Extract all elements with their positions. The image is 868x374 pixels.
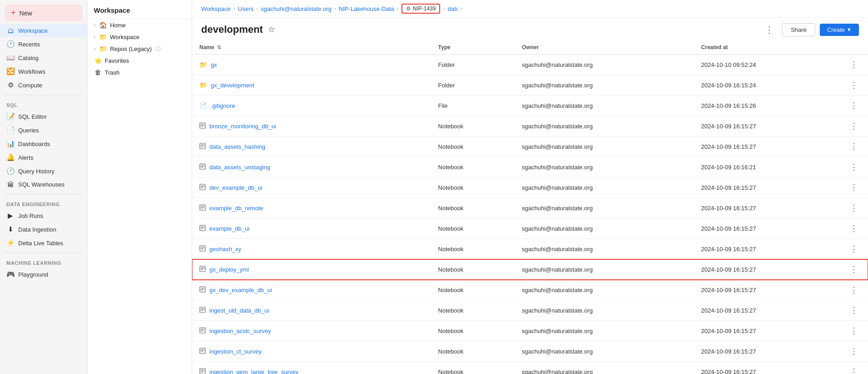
col-name[interactable]: Name ⇅ (192, 40, 431, 55)
row-menu-button[interactable]: ⋮ (847, 243, 861, 255)
tree-item-home[interactable]: › 🏠 Home (87, 19, 192, 31)
breadcrumb-user-email[interactable]: sgachuhi@naturalstate.org (261, 5, 332, 12)
file-name-text: dev_example_db_ui (209, 184, 262, 191)
cluster-icon: ⚙ (406, 5, 411, 12)
table-row: gx_dev_example_db_ui Notebook sgachuhi@n… (192, 280, 868, 300)
cell-actions: ⋮ (840, 198, 868, 218)
cell-owner: sgachuhi@naturalstate.org (515, 300, 694, 321)
cell-owner: sgachuhi@naturalstate.org (515, 96, 694, 116)
file-name-link[interactable]: ingest_old_data_db_ui (199, 307, 424, 314)
table-row: 📁 gx_development Folder sgachuhi@natural… (192, 75, 868, 96)
file-name-link[interactable]: bronze_monitoring_db_ui (199, 122, 424, 130)
sidebar-item-workflows[interactable]: 🔀 Workflows (0, 65, 87, 78)
share-button[interactable]: Share (782, 23, 815, 36)
cell-actions: ⋮ (840, 177, 868, 198)
sidebar-item-sql-warehouses[interactable]: 🏛 SQL Warehouses (0, 178, 87, 191)
sidebar-item-query-history[interactable]: 🕐 Query History (0, 164, 87, 178)
cell-created-at: 2024-10-09 16:15:27 (694, 280, 840, 300)
cell-created-at: 2024-10-09 16:15:27 (694, 136, 840, 157)
tree-item-label: Favorites (105, 57, 129, 64)
sidebar-item-data-ingestion[interactable]: ⬇ Data Ingestion (0, 222, 87, 236)
file-name-link[interactable]: 📄 .gitignore (199, 102, 424, 109)
breadcrumb-cluster[interactable]: ⚙ NIP-1439 (401, 4, 441, 14)
cell-type: Notebook (431, 259, 515, 280)
row-menu-button[interactable]: ⋮ (847, 161, 861, 173)
file-name-link[interactable]: 📁 gx (199, 61, 424, 68)
sql-warehouses-icon: 🏛 (6, 181, 15, 188)
col-type: Type (431, 40, 515, 55)
row-menu-button[interactable]: ⋮ (847, 100, 861, 111)
file-name-link[interactable]: geohash_xy (199, 245, 424, 253)
tree-item-favorites[interactable]: ⭐ Favorites (87, 55, 192, 66)
sidebar-item-queries[interactable]: 📄 Queries (0, 123, 87, 137)
file-name-link[interactable]: dev_example_db_ui (199, 184, 424, 192)
breadcrumb-nip-lakehouse[interactable]: NIP-Lakehouse-Data (339, 5, 394, 12)
row-menu-button[interactable]: ⋮ (847, 325, 861, 337)
sidebar-item-job-runs[interactable]: ▶ Job Runs (0, 209, 87, 222)
favorites-icon: ⭐ (94, 57, 102, 64)
create-button-label: Create (827, 26, 845, 33)
ml-section-label: Machine Learning (0, 256, 87, 268)
notebook-icon (199, 184, 206, 192)
sidebar-item-playground[interactable]: 🎮 Playground (0, 268, 87, 281)
file-name-link[interactable]: data_assets_hashing (199, 143, 424, 151)
file-name-link[interactable]: data_assets_unstaging (199, 163, 424, 171)
cell-owner: sgachuhi@naturalstate.org (515, 116, 694, 136)
file-name-link[interactable]: ingestion_acstc_survey (199, 327, 424, 335)
page-title: development ☆ (201, 24, 275, 35)
file-name-link[interactable]: example_db_ui (199, 225, 424, 232)
main-content: Workspace › Users › sgachuhi@naturalstat… (192, 0, 868, 374)
tree-item-workspace[interactable]: › 📁 Workspace (87, 31, 192, 43)
row-menu-button[interactable]: ⋮ (847, 345, 861, 357)
file-name-text: ingestion_acstc_survey (209, 328, 271, 334)
row-menu-button[interactable]: ⋮ (847, 284, 861, 296)
new-button[interactable]: + New (5, 5, 82, 21)
sidebar-item-catalog[interactable]: 📖 Catalog (0, 51, 87, 65)
file-name-link[interactable]: ingestion_gem_large_tree_survey (199, 368, 424, 374)
row-menu-button[interactable]: ⋮ (847, 141, 861, 152)
row-menu-button[interactable]: ⋮ (847, 79, 861, 91)
favorite-star-icon[interactable]: ☆ (268, 25, 275, 35)
tree-item-trash[interactable]: 🗑 Trash (87, 66, 192, 78)
file-name-link[interactable]: ingestion_ct_survey (199, 348, 424, 355)
sidebar-item-dashboards[interactable]: 📊 Dashboards (0, 137, 87, 151)
file-name-text: bronze_monitoring_db_ui (209, 123, 276, 130)
row-menu-button[interactable]: ⋮ (847, 222, 861, 234)
caret-down-icon: ▼ (847, 27, 852, 32)
row-menu-button[interactable]: ⋮ (847, 263, 861, 275)
sidebar-item-workspace[interactable]: 🗂 Workspace (0, 24, 87, 37)
file-name-link[interactable]: gx_deploy_yml (199, 266, 424, 273)
sidebar-item-sql-editor[interactable]: 📝 SQL Editor (0, 110, 87, 123)
row-menu-button[interactable]: ⋮ (847, 202, 861, 214)
file-tree-panel: Workspace › 🏠 Home › 📁 Workspace › 📁 Rep… (87, 0, 192, 374)
more-options-button[interactable]: ⋮ (761, 22, 777, 37)
sql-section-label: SQL (0, 98, 87, 110)
sidebar-item-recents[interactable]: 🕐 Recents (0, 37, 87, 51)
cell-name: ingest_old_data_db_ui (192, 300, 431, 321)
breadcrumb-workspace[interactable]: Workspace (201, 5, 231, 12)
file-name-text: ingestion_ct_survey (209, 348, 262, 355)
sidebar-item-alerts[interactable]: 🔔 Alerts (0, 151, 87, 164)
row-menu-button[interactable]: ⋮ (847, 120, 861, 132)
row-menu-button[interactable]: ⋮ (847, 304, 861, 316)
sidebar-item-compute[interactable]: ⚙ Compute (0, 78, 87, 92)
breadcrumb-dab[interactable]: dab (447, 5, 457, 12)
file-name-link[interactable]: example_db_remote (199, 204, 424, 212)
chevron-icon: › (94, 46, 96, 51)
row-menu-button[interactable]: ⋮ (847, 366, 861, 374)
tree-item-repos-legacy[interactable]: › 📁 Repos (Legacy) ⓘ (87, 43, 192, 55)
notebook-icon (199, 204, 206, 212)
breadcrumb-sep: › (256, 5, 258, 12)
tree-item-label: Trash (105, 69, 120, 76)
create-button[interactable]: Create ▼ (820, 24, 859, 36)
file-name-link[interactable]: 📁 gx_development (199, 81, 424, 89)
sidebar-item-delta-live-tables[interactable]: ⚡ Delta Live Tables (0, 236, 87, 250)
cell-actions: ⋮ (840, 341, 868, 362)
breadcrumb-users[interactable]: Users (238, 5, 254, 12)
row-menu-button[interactable]: ⋮ (847, 182, 861, 193)
file-name-text: data_assets_unstaging (209, 164, 270, 171)
info-icon: ⓘ (156, 45, 161, 52)
row-menu-button[interactable]: ⋮ (847, 59, 861, 71)
file-name-link[interactable]: gx_dev_example_db_ui (199, 286, 424, 294)
table-row: ingestion_gem_large_tree_survey Notebook… (192, 362, 868, 374)
